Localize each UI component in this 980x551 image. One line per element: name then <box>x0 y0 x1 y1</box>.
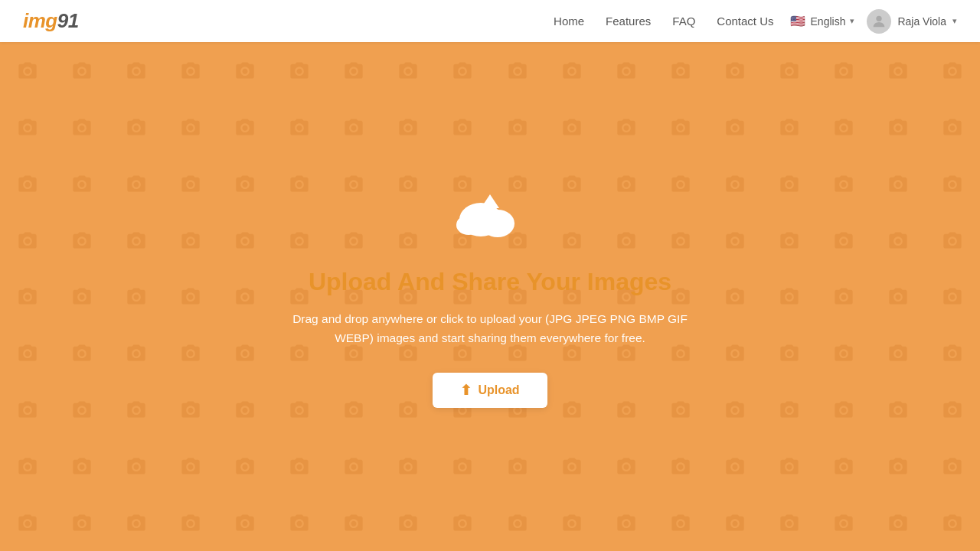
hero-title: Upload And Share Your Images <box>309 268 671 296</box>
hero-subtitle: Drag and drop anywhere or click to uploa… <box>291 310 689 348</box>
user-menu-chevron-icon: ▾ <box>952 16 957 26</box>
language-selector[interactable]: 🇺🇸 English ▾ <box>789 13 855 30</box>
logo-num-part: 91 <box>57 9 79 32</box>
user-menu[interactable]: Raja Viola ▾ <box>867 9 957 34</box>
navbar: img91 Home Features FAQ Contact Us 🇺🇸 En… <box>0 0 980 42</box>
hero-section: (function() { const grid = document.quer… <box>0 42 980 551</box>
flag-icon: 🇺🇸 <box>789 13 806 30</box>
svg-point-3 <box>456 215 481 235</box>
upload-button[interactable]: ⬆ Upload <box>433 373 547 408</box>
nav-contact[interactable]: Contact Us <box>717 15 773 28</box>
nav-faq[interactable]: FAQ <box>672 15 695 28</box>
user-name: Raja Viola <box>897 15 946 28</box>
cloud-upload-icon <box>452 185 528 246</box>
logo[interactable]: img91 <box>23 9 79 33</box>
language-label: English <box>811 15 846 28</box>
svg-point-2 <box>481 210 514 237</box>
user-avatar <box>867 9 891 34</box>
language-chevron-icon: ▾ <box>850 16 854 26</box>
logo-img-part: img <box>23 9 57 32</box>
nav-home[interactable]: Home <box>554 15 584 28</box>
upload-btn-label: Upload <box>478 383 519 397</box>
nav-links: Home Features FAQ Contact Us <box>554 15 773 28</box>
nav-features[interactable]: Features <box>606 15 651 28</box>
svg-point-0 <box>877 15 882 21</box>
upload-btn-icon: ⬆ <box>460 382 472 399</box>
hero-content: Upload And Share Your Images Drag and dr… <box>291 185 689 408</box>
